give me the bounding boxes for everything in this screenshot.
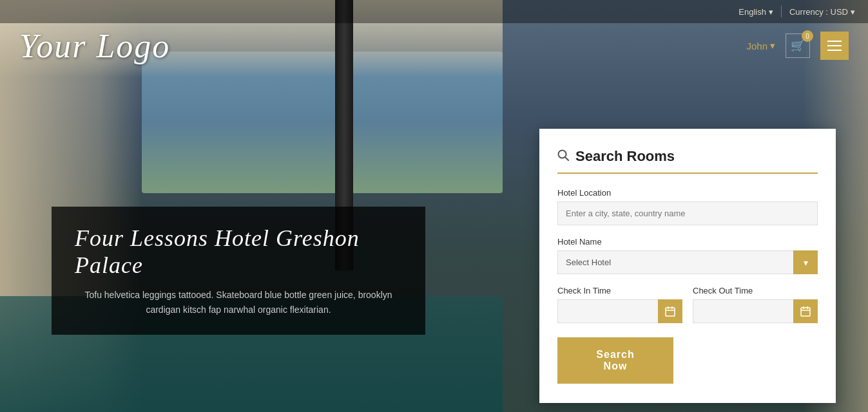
checkout-input-wrap (693, 299, 818, 323)
checkin-input-wrap (557, 299, 682, 323)
search-icon (557, 149, 569, 164)
checkout-group: Check Out Time (693, 286, 818, 323)
header: Your Logo John ▾ 🛒 0 (0, 23, 868, 68)
search-panel-header: Search Rooms (557, 148, 818, 174)
header-right: John ▾ 🛒 0 (746, 32, 849, 60)
top-bar: English ▾ Currency : USD ▾ (0, 0, 868, 23)
checkin-group: Check In Time (557, 286, 682, 323)
currency-arrow: ▾ (851, 7, 855, 17)
date-row: Check In Time Check Out Time (557, 286, 818, 323)
currency-selector[interactable]: Currency : USD ▾ (789, 7, 855, 17)
location-label: Hotel Location (557, 188, 818, 198)
user-name: John (746, 41, 767, 52)
search-title: Search Rooms (575, 148, 675, 165)
hotel-name-label: Hotel Name (557, 237, 818, 247)
checkout-label: Check Out Time (693, 286, 818, 295)
language-label: English (738, 7, 766, 17)
top-bar-divider (781, 6, 782, 17)
cart-icon: 🛒 (791, 39, 805, 53)
menu-line-1 (827, 41, 842, 42)
top-bar-items: English ▾ Currency : USD ▾ (738, 6, 855, 17)
promo-title: Four Lessons Hotel Greshon Palace (75, 225, 402, 279)
promo-block: Four Lessons Hotel Greshon Palace Tofu h… (52, 207, 425, 335)
checkout-calendar-icon[interactable] (793, 299, 818, 323)
hotel-select[interactable]: Select Hotel (557, 250, 818, 274)
logo: Your Logo (19, 27, 170, 65)
cart-badge: 0 (802, 30, 813, 42)
location-input[interactable] (557, 201, 818, 225)
user-menu-button[interactable]: John ▾ (746, 40, 775, 52)
svg-line-1 (565, 157, 568, 160)
svg-rect-2 (666, 308, 675, 316)
hotel-name-group: Hotel Name Select Hotel ▾ (557, 237, 818, 274)
location-group: Hotel Location (557, 188, 818, 225)
search-now-button[interactable]: Search Now (557, 337, 673, 384)
checkin-calendar-icon[interactable] (658, 299, 682, 323)
hamburger-menu-button[interactable] (820, 32, 849, 60)
language-arrow: ▾ (769, 7, 773, 17)
menu-line-2 (827, 45, 842, 46)
user-dropdown-arrow: ▾ (770, 40, 775, 52)
checkin-label: Check In Time (557, 286, 682, 295)
promo-description: Tofu helvetica leggings tattooed. Skateb… (75, 288, 402, 317)
search-panel: Search Rooms Hotel Location Hotel Name S… (539, 129, 836, 403)
svg-rect-6 (801, 308, 810, 316)
cart-button[interactable]: 🛒 0 (786, 33, 810, 58)
hotel-select-wrapper: Select Hotel ▾ (557, 250, 818, 274)
currency-label: Currency : USD (789, 7, 848, 17)
menu-line-3 (827, 50, 842, 51)
language-selector[interactable]: English ▾ (738, 7, 773, 17)
